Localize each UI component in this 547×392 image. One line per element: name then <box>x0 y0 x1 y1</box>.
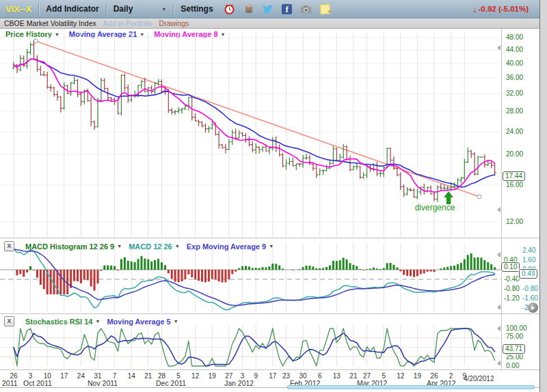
price-change-value: -0.92 (-5.01%) <box>478 5 529 13</box>
separator <box>38 3 39 14</box>
chevron-down-icon: ▼ <box>269 244 274 249</box>
alarm-icon[interactable] <box>224 3 236 15</box>
chevron-down-icon: ▼ <box>117 244 122 249</box>
macd-histogram-dropdown[interactable]: MACD Histogram 12 26 9 ▼ <box>25 242 122 251</box>
ma5-dropdown[interactable]: Moving Average 5 ▼ <box>107 318 178 326</box>
stoch-rsi-dropdown[interactable]: Stochastics RSI 14 ▼ <box>25 318 100 326</box>
xaxis-month-label: Nov 2011 <box>88 379 118 387</box>
add-indicator-button[interactable]: Add Indicator <box>46 4 98 14</box>
chevron-down-icon: ▼ <box>161 7 166 12</box>
xaxis-day-label: 12 <box>188 372 203 380</box>
macd-hist-value-box: 0.10 <box>501 262 520 272</box>
xaxis-day-label: 14 <box>124 372 139 380</box>
xaxis-day-label: 13 <box>329 372 344 380</box>
database-icon[interactable] <box>243 3 255 15</box>
macd-line-axis-label: -1.60 <box>522 294 538 302</box>
axis-collapse-arrow-icon[interactable] <box>497 361 501 366</box>
last-date-label: 4/20/2012 <box>464 375 494 382</box>
axis-collapse-arrow-icon[interactable] <box>497 207 501 212</box>
axis-collapse-arrow-icon[interactable] <box>497 45 501 51</box>
facebook-icon[interactable]: f <box>281 3 293 15</box>
panel-separator <box>0 238 539 238</box>
macd-line-axis-label: 1.60 <box>522 256 535 264</box>
note-icon[interactable] <box>319 3 332 15</box>
close-macd-button[interactable]: X <box>4 241 14 251</box>
axis-collapse-arrow-icon[interactable] <box>497 305 501 310</box>
price-axis-label: 32.00 <box>506 89 523 97</box>
separator <box>173 3 174 14</box>
stoch-axis-label: 100.00 <box>506 324 527 332</box>
stoch-value-box: 43.71 <box>503 344 525 354</box>
xaxis-month-label: Jan 2012 <box>224 379 254 387</box>
price-chart[interactable]: divergence <box>0 29 502 238</box>
price-axis-label: 44.00 <box>506 46 523 53</box>
chevron-down-icon: ▼ <box>175 244 180 249</box>
stoch-rsi-label: Stochastics RSI 14 <box>25 318 92 326</box>
price-axis-label: 48.00 <box>506 33 523 41</box>
twitter-icon[interactable] <box>262 3 274 15</box>
period-value: Daily <box>114 4 133 14</box>
xaxis-day-label: 24 <box>73 372 88 380</box>
chevron-down-icon: ▼ <box>95 319 100 324</box>
svg-text:divergence: divergence <box>415 203 455 212</box>
add-to-portfolio-link[interactable]: Add to Portfolio <box>103 19 152 27</box>
separator <box>106 3 107 14</box>
price-axis-label: 40.00 <box>506 59 523 67</box>
xaxis-day-label: 17 <box>265 372 280 380</box>
axis-collapse-arrow-icon[interactable] <box>497 252 501 257</box>
symbol-full-name: CBOE Market Volatility Index <box>4 19 96 27</box>
symbol-info-bar: CBOE Market Volatility Index Add to Port… <box>0 18 539 29</box>
macd-line-axis-label: 2.40 <box>522 247 535 254</box>
stochastics-panel-header: X Stochastics RSI 14 ▼ Moving Average 5 … <box>4 316 178 326</box>
macd-line-value-box: 0.49 <box>519 269 537 279</box>
macd-panel-header: X MACD Histogram 12 26 9 ▼ MACD 12 26 ▼ … <box>4 241 274 251</box>
macd-dropdown[interactable]: MACD 12 26 ▼ <box>129 242 180 251</box>
chevron-down-icon: ▼ <box>174 319 178 324</box>
symbol-label: VIX--X <box>5 4 31 14</box>
xaxis-day-label: 19 <box>410 372 425 380</box>
xaxis-day-label: 17 <box>57 372 72 380</box>
xaxis-month-label: Oct 2011 <box>23 379 52 387</box>
camera-icon[interactable] <box>300 3 312 15</box>
xaxis-month-label: Dec 2011 <box>156 379 186 387</box>
last-price-box: 17.44 <box>503 171 525 181</box>
stoch-axis-label: 25.00 <box>506 353 523 361</box>
macd-hist-axis-label: -0.40 <box>504 275 520 283</box>
axis-collapse-arrow-icon[interactable] <box>497 326 501 331</box>
down-arrow-icon: ↓ <box>472 4 477 14</box>
ema9-dropdown[interactable]: Exp Moving Average 9 ▼ <box>187 242 274 251</box>
ema9-label: Exp Moving Average 9 <box>187 242 267 251</box>
xaxis-day-label: 12 <box>393 372 408 380</box>
macd-hist-axis-label: -1.20 <box>504 294 520 302</box>
price-axis-label: 36.00 <box>506 74 523 81</box>
charting-app: VIX--X Add Indicator Daily ▼ Settings <box>0 0 547 392</box>
price-axis-label: 16.00 <box>506 181 523 188</box>
stoch-axis-label: 75.00 <box>506 333 523 340</box>
price-change: ↓ -0.92 (-5.01%) <box>472 4 529 14</box>
drawings-link[interactable]: Drawings <box>159 19 189 27</box>
price-axis-label: 28.00 <box>506 107 523 115</box>
close-stochastics-button[interactable]: X <box>4 316 14 326</box>
panel-separator <box>0 369 539 370</box>
toolbar: VIX--X Add Indicator Daily ▼ Settings <box>0 0 539 18</box>
price-axis-label: 12.00 <box>506 218 523 225</box>
share-chart-button[interactable] <box>528 303 538 313</box>
macd-hist-axis-label: -0.80 <box>504 285 520 292</box>
axis-border <box>501 29 502 369</box>
scrollbar-thumb[interactable] <box>287 385 535 389</box>
macd-histogram-label: MACD Histogram 12 26 9 <box>25 242 114 251</box>
price-axis-label: 20.00 <box>506 150 523 158</box>
window-edge <box>540 0 547 392</box>
panel-separator <box>0 313 539 314</box>
period-dropdown[interactable]: Daily ▼ <box>114 4 167 14</box>
xaxis-day-label: 19 <box>204 372 219 380</box>
macd-line-axis-label: -0.80 <box>522 285 538 292</box>
macd-label: MACD 12 26 <box>129 242 172 251</box>
ma5-label: Moving Average 5 <box>107 318 170 326</box>
stoch-axis-label: 0.00 <box>506 362 519 369</box>
xaxis-month-label: 2011 <box>2 379 18 387</box>
price-axis-label: 24.00 <box>506 128 523 135</box>
settings-button[interactable]: Settings <box>181 4 213 14</box>
